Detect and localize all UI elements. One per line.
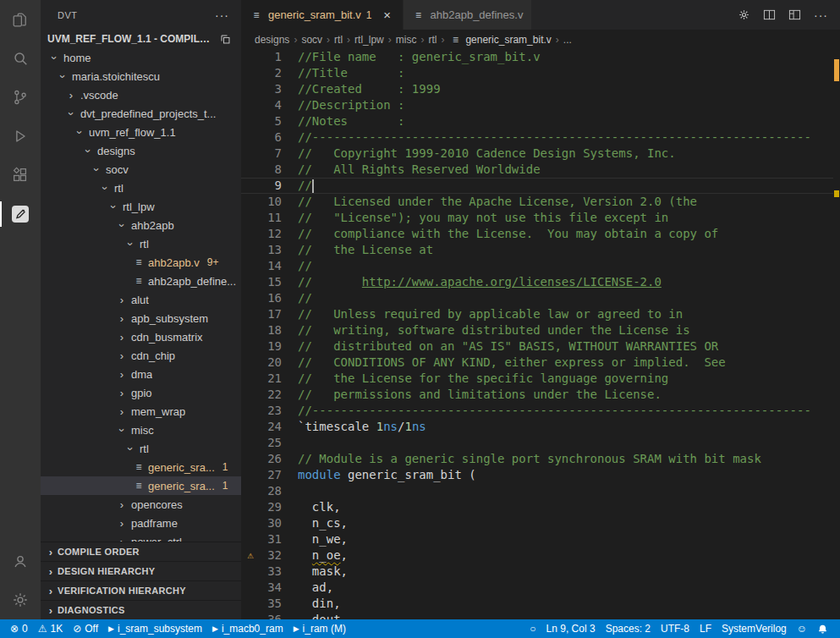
code-line-15[interactable]: 15// http://www.apache.org/licenses/LICE… (241, 274, 833, 290)
breadcrumb-item-rtl-lpw[interactable]: rtl_lpw (354, 34, 384, 46)
tree-item-padframe[interactable]: ›padframe (41, 514, 241, 532)
layout-icon[interactable] (788, 8, 801, 21)
code-line-36[interactable]: 36 dout, (241, 612, 833, 619)
activity-run-debug-icon[interactable] (0, 117, 41, 156)
code-line-5[interactable]: 5//Notes : (241, 113, 833, 129)
gear-icon[interactable] (738, 8, 750, 21)
code-line-2[interactable]: 2//Title : (241, 65, 833, 81)
tree-item-mem-wrap[interactable]: ›mem_wrap (41, 402, 241, 421)
status-eol[interactable]: LF (695, 619, 716, 638)
breadcrumb-item-socv[interactable]: socv (301, 34, 322, 46)
tree-item-rtl[interactable]: ›rtl (41, 179, 241, 197)
code-line-6[interactable]: 6//-------------------------------------… (241, 129, 833, 146)
code-line-11[interactable]: 11// "License"); you may not use this fi… (241, 210, 833, 226)
tree-item-ahb2apb[interactable]: ›ahb2apb (41, 216, 241, 234)
panel-design-hierarchy[interactable]: ›DESIGN HIERARCHY (41, 561, 241, 580)
code-line-7[interactable]: 7// Copyright 1999-2010 Cadence Design S… (241, 146, 833, 162)
project-root-row[interactable]: UVM_REF_FLOW_1.1 - COMPILED ... (41, 30, 241, 48)
activity-dvt-icon[interactable] (0, 195, 41, 234)
status-problems-warnings[interactable]: ⚠1K (33, 619, 68, 638)
panel-compile-order[interactable]: ›COMPILE ORDER (41, 542, 241, 561)
code-line-31[interactable]: 31 n_we, (241, 531, 833, 547)
overview-ruler[interactable] (833, 49, 840, 619)
tree-item-generic-sra[interactable]: ≡generic_sra...1 (41, 476, 241, 495)
status-instance-i-sram-subsystem[interactable]: ▶i_sram_subsystem (103, 619, 207, 638)
status-cursor-position[interactable]: Ln 9, Col 3 (541, 619, 601, 638)
code-line-3[interactable]: 3//Created : 1999 (241, 81, 833, 97)
status-notifications[interactable] (812, 619, 833, 638)
tree-item-power-ctrl[interactable]: ›power_ctrl (41, 532, 241, 542)
tree-item-ahb2apb-define[interactable]: ≡ahb2apb_define... (41, 272, 241, 290)
tree-item-apb-subsystem[interactable]: ›apb_subsystem (41, 309, 241, 327)
editor[interactable]: 1//File name : generic_sram_bit.v2//Titl… (241, 49, 840, 619)
activity-extensions-icon[interactable] (0, 156, 41, 195)
code-line-17[interactable]: 17// Unless required by applicable law o… (241, 306, 833, 322)
close-icon[interactable]: × (381, 8, 394, 22)
tab-ahb2apb-defines-v[interactable]: ≡ahb2apb_defines.v (404, 0, 533, 30)
code-line-24[interactable]: 24`timescale 1ns/1ns (241, 419, 833, 435)
tab-generic-sram-bit-v[interactable]: ≡generic_sram_bit.v1× (241, 0, 404, 30)
code-line-19[interactable]: 19// distributed on an "AS IS" BASIS, WI… (241, 338, 833, 355)
code-line-26[interactable]: 26// Module is a generic single port syn… (241, 451, 833, 467)
code-line-1[interactable]: 1//File name : generic_sram_bit.v (241, 49, 833, 65)
code-line-9[interactable]: 9// (241, 178, 833, 194)
activity-source-control-icon[interactable] (0, 78, 41, 117)
code-line-23[interactable]: 23//------------------------------------… (241, 403, 833, 419)
tree-item-misc[interactable]: ›misc (41, 421, 241, 439)
code-line-25[interactable]: 25 (241, 435, 833, 451)
code-line-28[interactable]: 28 (241, 483, 833, 499)
code-line-27[interactable]: 27module generic_sram_bit ( (241, 467, 833, 483)
more-actions-icon[interactable]: ··· (814, 8, 828, 22)
comment-link[interactable]: http://www.apache.org/licenses/LICENSE-2… (362, 275, 662, 289)
tree-item-cdn-busmatrix[interactable]: ›cdn_busmatrix (41, 327, 241, 346)
code-line-12[interactable]: 12// compliance with the License. You ma… (241, 226, 833, 242)
tree-item-rtl-lpw[interactable]: ›rtl_lpw (41, 197, 241, 216)
code-line-18[interactable]: 18// writing, software distributed under… (241, 322, 833, 338)
tree-item-socv[interactable]: ›socv (41, 160, 241, 179)
tree-item-cdn-chip[interactable]: ›cdn_chip (41, 346, 241, 365)
panel-verification-hierarchy[interactable]: ›VERIFICATION HIERARCHY (41, 580, 241, 600)
status-instance-i-ram[interactable]: ▶i_ram (M) (288, 619, 351, 638)
status-problems-errors[interactable]: ⊗0 (5, 619, 33, 638)
status-instance-i-macb0-ram[interactable]: ▶i_macb0_ram (207, 619, 288, 638)
activity-explorer-icon[interactable] (0, 0, 41, 39)
panel-diagnostics[interactable]: ›DIAGNOSTICS (41, 600, 241, 619)
status-feedback[interactable]: ☺ (792, 619, 812, 638)
code-line-13[interactable]: 13// the License at (241, 242, 833, 258)
more-actions-icon[interactable]: ··· (215, 8, 229, 22)
tree-item-ahb2apb-v[interactable]: ≡ahb2apb.v9+ (41, 253, 241, 272)
split-editor-icon[interactable] (763, 8, 776, 21)
status-task-indicator[interactable]: ○ (524, 619, 541, 638)
tree-item-alut[interactable]: ›alut (41, 290, 241, 309)
tree-item-maria-stoichitescu[interactable]: ›maria.stoichitescu (41, 67, 241, 85)
tree-item-rtl[interactable]: ›rtl (41, 439, 241, 458)
tree-item-vscode[interactable]: ›.vscode (41, 85, 241, 104)
tree-item-opencores[interactable]: ›opencores (41, 495, 241, 514)
status-indentation[interactable]: Spaces: 2 (601, 619, 656, 638)
code-line-14[interactable]: 14// (241, 258, 833, 274)
tree-item-designs[interactable]: ›designs (41, 141, 241, 160)
activity-settings-gear-icon[interactable] (0, 580, 41, 619)
code-line-29[interactable]: 29 clk, (241, 499, 833, 515)
breadcrumb-item-rtl[interactable]: rtl (334, 34, 343, 46)
status-language-mode[interactable]: SystemVerilog (716, 619, 792, 638)
code-line-32[interactable]: ⚠32 n_oe, (241, 547, 833, 564)
tree-item-generic-sra[interactable]: ≡generic_sra...1 (41, 458, 241, 476)
tree-item-dma[interactable]: ›dma (41, 365, 241, 383)
code-line-4[interactable]: 4//Description : (241, 97, 833, 113)
code-line-21[interactable]: 21// the License for the specific langua… (241, 371, 833, 387)
code-line-16[interactable]: 16// (241, 290, 833, 306)
tree-item-rtl[interactable]: ›rtl (41, 234, 241, 253)
breadcrumb-item-rtl[interactable]: rtl (428, 34, 436, 46)
status-dvt-off[interactable]: ⊘Off (68, 619, 103, 638)
breadcrumb-item-misc[interactable]: misc (396, 34, 417, 46)
tree-item-gpio[interactable]: ›gpio (41, 383, 241, 402)
tree-item-dvt-predefined-projects-t[interactable]: ›dvt_predefined_projects_t... (41, 104, 241, 123)
copy-icon[interactable] (220, 34, 231, 45)
activity-account-icon[interactable] (0, 542, 41, 580)
tree-item-home[interactable]: ›home (41, 48, 241, 67)
status-encoding[interactable]: UTF-8 (656, 619, 695, 638)
breadcrumb-more[interactable]: ... (563, 34, 572, 46)
code-line-20[interactable]: 20// CONDITIONS OF ANY KIND, either expr… (241, 355, 833, 371)
code-line-8[interactable]: 8// All Rights Reserved Worldwide (241, 162, 833, 178)
